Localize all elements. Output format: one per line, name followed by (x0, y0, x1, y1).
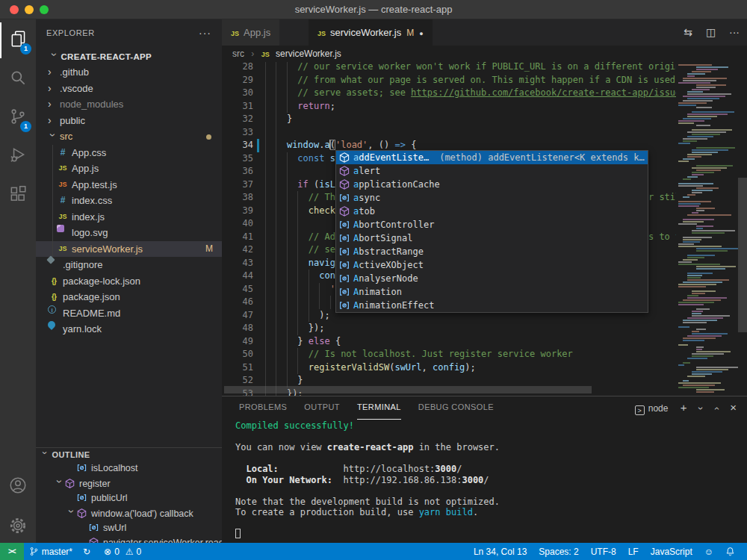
folder-name: src (60, 128, 72, 145)
file-row-logo-svg[interactable]: logo.svg (36, 225, 222, 241)
settings-button[interactable] (0, 509, 36, 545)
method-symbol-icon (338, 205, 350, 217)
file-name: .gitignore (63, 257, 102, 273)
file-row-readme-md[interactable]: iREADME.md (36, 305, 222, 322)
feedback-smiley-icon[interactable]: ☺ (698, 543, 719, 560)
language-mode-item[interactable]: JavaScript (645, 543, 698, 560)
tab-app-js[interactable]: JSApp.js (222, 19, 280, 46)
outline-tree: isLocalhost›registerpublicUrl›window.a('… (36, 461, 222, 543)
js-file-icon: JS (57, 209, 69, 225)
terminal-shell-selector[interactable]: >node (635, 397, 669, 420)
folder-name: node_modules (60, 96, 123, 113)
accounts-button[interactable] (0, 469, 36, 505)
outline-item[interactable]: ›register (36, 476, 222, 491)
explorer-activity-button[interactable]: 1 (0, 22, 36, 58)
file-row-serviceworker-js[interactable]: JSserviceWorker.jsM (36, 241, 222, 258)
file-row--gitignore[interactable]: .gitignore (36, 257, 222, 273)
sync-changes-button[interactable]: ↻ (78, 543, 99, 560)
variable-symbol-icon (338, 286, 350, 298)
file-row-node-modules[interactable]: ›node_modules (36, 96, 222, 113)
problems-item[interactable]: ⊗0 ⚠0 (99, 543, 146, 560)
terminal-output[interactable]: Compiled successfully! You can now view … (235, 420, 728, 540)
suggest-item-atob[interactable]: atob (336, 205, 648, 218)
more-actions-icon[interactable]: ··· (729, 26, 740, 38)
indentation-item[interactable]: Spaces: 2 (533, 543, 584, 560)
outline-item[interactable]: swUrl (36, 520, 222, 535)
file-row-yarn-lock[interactable]: yarn.lock (36, 321, 222, 337)
code-line-32: 32 } (222, 113, 747, 126)
panel-tab-debug-console[interactable]: DEBUG CONSOLE (418, 396, 494, 417)
notifications-bell-icon[interactable] (719, 543, 741, 560)
modified-dot-icon (206, 134, 211, 140)
warning-icon: ⚠ (125, 547, 134, 557)
panel-tab-terminal[interactable]: TERMINAL (357, 396, 401, 420)
bottom-panel: PROBLEMSOUTPUTTERMINALDEBUG CONSOLE >nod… (222, 396, 747, 543)
js-file-icon: JS (317, 30, 326, 37)
file-row-src[interactable]: ›src (36, 128, 222, 145)
file-row-app-css[interactable]: #App.css (36, 145, 222, 161)
file-name: package-lock.json (63, 273, 140, 290)
suggest-item-abstractrange[interactable]: AbstractRange (336, 245, 648, 258)
debug-icon (8, 146, 28, 168)
suggest-item-abortsignal[interactable]: AbortSignal (336, 231, 648, 245)
chevron-right-icon: › (251, 49, 254, 59)
remote-indicator[interactable]: >< (0, 543, 24, 560)
cursor-position-item[interactable]: Ln 34, Col 13 (468, 543, 533, 560)
file-row-app-js[interactable]: JSApp.js (36, 161, 222, 177)
svg-file-icon (57, 225, 64, 232)
file-row--vscode[interactable]: ›.vscode (36, 81, 222, 97)
maximize-panel-icon[interactable]: › (705, 407, 728, 410)
file-row--github[interactable]: ›.github (36, 64, 222, 81)
suggest-item-applicationcache[interactable]: applicationCache (336, 178, 648, 191)
tab-serviceworker-js[interactable]: JSserviceWorker.jsM● (309, 19, 433, 46)
terminal-line (235, 518, 728, 529)
breadcrumb-file[interactable]: serviceWorker.js (276, 49, 341, 59)
extensions-activity-button[interactable] (0, 178, 36, 214)
outline-section-header[interactable]: › OUTLINE (36, 447, 222, 461)
vertical-scrollbar[interactable] (738, 178, 747, 332)
workspace-root-row[interactable]: › CREATE-REACT-APP (36, 48, 222, 64)
suggest-item-animation[interactable]: Animation (336, 285, 648, 299)
horizontal-scrollbar[interactable] (224, 386, 592, 393)
line-number: 42 (222, 243, 253, 257)
source-control-activity-button[interactable]: 1 (0, 100, 36, 136)
close-panel-icon[interactable]: × (730, 396, 737, 419)
json-file-icon: {} (48, 289, 60, 305)
suggest-item-async[interactable]: async (336, 191, 648, 205)
breadcrumb-folder[interactable]: src (232, 49, 244, 59)
panel-tab-problems[interactable]: PROBLEMS (239, 396, 287, 417)
file-row-package-json[interactable]: {}package.json (36, 289, 222, 305)
line-number: 33 (222, 126, 253, 140)
terminal-line: Local: http://localhost:3000/ (235, 464, 728, 475)
suggest-item-alert[interactable]: alert (336, 164, 648, 178)
suggest-item-activexobject[interactable]: ActiveXObject (336, 258, 648, 272)
chevron-down-icon: › (46, 53, 63, 62)
remote-icon: >< (8, 547, 16, 556)
split-editor-icon[interactable]: ◫ (706, 26, 716, 38)
outline-item[interactable]: isLocalhost (36, 461, 222, 476)
run-debug-activity-button[interactable] (0, 139, 36, 175)
suggest-item-analysernode[interactable]: AnalyserNode (336, 272, 648, 285)
outline-item[interactable]: navigator.serviceWorker.read (36, 535, 222, 543)
suggest-item-abortcontroller[interactable]: AbortController (336, 218, 648, 231)
panel-tab-output[interactable]: OUTPUT (304, 396, 340, 417)
explorer-more-actions-icon[interactable]: ··· (199, 19, 211, 46)
encoding-item[interactable]: UTF-8 (585, 543, 622, 560)
open-changes-icon[interactable]: ⇆ (684, 26, 692, 38)
file-row-public[interactable]: ›public (36, 113, 222, 129)
new-terminal-button[interactable]: + (681, 396, 687, 419)
minimap[interactable] (676, 62, 738, 396)
git-branch-item[interactable]: master* (24, 543, 78, 560)
suggest-item-animationeffect[interactable]: AnimationEffect (336, 299, 648, 312)
file-row-app-test-js[interactable]: JSApp.test.js (36, 177, 222, 193)
outline-item[interactable]: ›window.a('load') callback (36, 505, 222, 520)
file-row-index-js[interactable]: JSindex.js (36, 209, 222, 225)
code-editor[interactable]: 28 // our service worker won't work if P… (222, 62, 747, 396)
file-row-index-css[interactable]: #index.css (36, 193, 222, 209)
suggest-item-addeventliste-[interactable]: addEventListe…(method) addEventListener<… (336, 151, 648, 164)
outline-item[interactable]: publicUrl (36, 491, 222, 505)
file-row-package-lock-json[interactable]: {}package-lock.json (36, 273, 222, 290)
suggest-item-label: Animation (353, 285, 402, 299)
search-activity-button[interactable] (0, 61, 36, 97)
eol-item[interactable]: LF (622, 543, 645, 560)
